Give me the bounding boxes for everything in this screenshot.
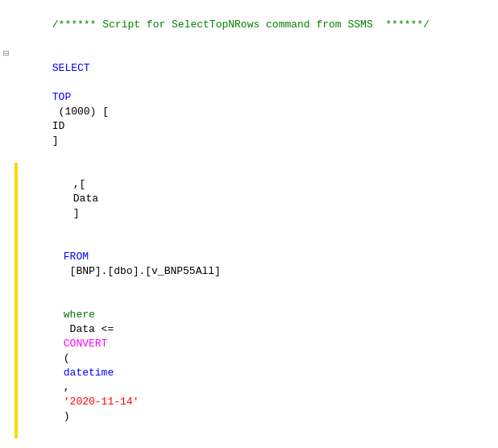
kw-top: TOP: [52, 91, 71, 103]
comment-text: /****** Script for SelectTopNRows comman…: [52, 19, 430, 31]
code-line-orderby: order by ID desc: [0, 438, 498, 448]
kw-select: SELECT: [52, 62, 90, 74]
kw-from: FROM: [64, 251, 89, 263]
code-editor[interactable]: /****** Script for SelectTopNRows comman…: [0, 0, 498, 448]
str-date: '2020-11-14': [64, 396, 139, 408]
code-line-where: where Data <= CONVERT ( datetime , '2020…: [0, 293, 498, 438]
code-line-from: FROM [BNP].[dbo].[v_BNP55All]: [0, 235, 498, 293]
yellow-indicator-2: [15, 235, 18, 293]
code-line-select: ⊟ SELECT TOP (1000) [ ID ]: [0, 47, 498, 163]
yellow-indicator: [15, 163, 18, 235]
code-line-comment: /****** Script for SelectTopNRows comman…: [0, 3, 498, 47]
kw-where: where: [64, 309, 95, 321]
kw-convert: CONVERT: [64, 338, 108, 350]
collapse-icon[interactable]: ⊟: [3, 47, 9, 61]
yellow-indicator-3: [15, 293, 18, 438]
kw-datetime: datetime: [64, 367, 114, 379]
code-line-data-col: ,[ Data ]: [0, 163, 498, 235]
